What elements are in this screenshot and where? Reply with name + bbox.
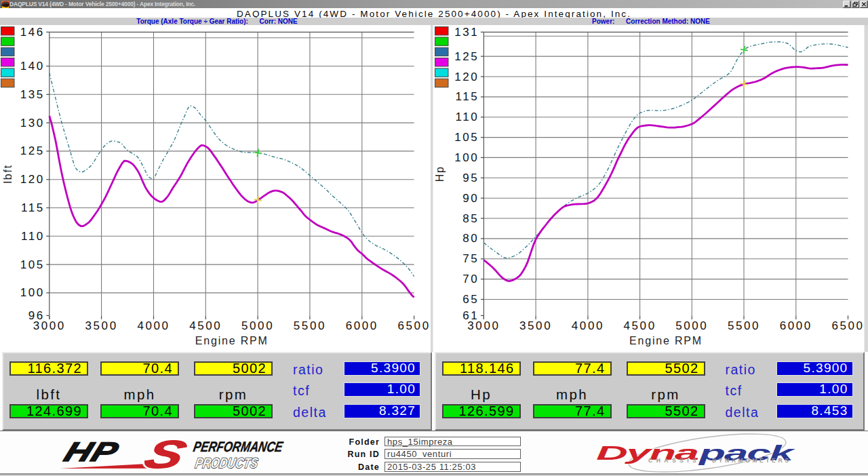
svg-text:DYNAMOMETERS: DYNAMOMETERS bbox=[712, 457, 791, 464]
svg-text:Engine RPM: Engine RPM bbox=[629, 335, 703, 346]
svg-text:80: 80 bbox=[462, 232, 479, 245]
svg-text:146: 146 bbox=[20, 26, 45, 39]
svg-text:4500: 4500 bbox=[623, 319, 656, 332]
svg-text:120: 120 bbox=[20, 173, 45, 186]
svg-text:120: 120 bbox=[454, 71, 479, 83]
svg-text:6500: 6500 bbox=[397, 319, 430, 332]
svg-text:PERFORMANCE: PERFORMANCE bbox=[192, 439, 285, 454]
svg-text:95: 95 bbox=[462, 172, 479, 184]
svg-text:125: 125 bbox=[20, 144, 45, 157]
svg-text:110: 110 bbox=[21, 230, 45, 243]
svg-text:75: 75 bbox=[462, 252, 479, 265]
svg-text:S: S bbox=[138, 433, 192, 476]
svg-text:110: 110 bbox=[455, 111, 479, 123]
svg-text:3000: 3000 bbox=[33, 319, 66, 332]
svg-text:105: 105 bbox=[20, 258, 45, 271]
svg-text:Hp: Hp bbox=[434, 165, 446, 182]
svg-text:90: 90 bbox=[462, 192, 479, 205]
svg-text:6000: 6000 bbox=[780, 319, 812, 332]
svg-text:CHASSIS: CHASSIS bbox=[648, 457, 700, 464]
svg-text:3500: 3500 bbox=[519, 319, 552, 332]
svg-text:65: 65 bbox=[462, 293, 479, 306]
svg-text:105: 105 bbox=[454, 131, 479, 144]
svg-text:6000: 6000 bbox=[346, 319, 378, 332]
svg-text:140: 140 bbox=[20, 60, 45, 73]
svg-text:100: 100 bbox=[454, 151, 479, 164]
svg-text:70: 70 bbox=[462, 273, 479, 285]
svg-text:HP: HP bbox=[60, 436, 123, 467]
svg-text:130: 130 bbox=[20, 117, 45, 130]
svg-text:100: 100 bbox=[20, 286, 45, 299]
svg-text:lbft: lbft bbox=[2, 164, 14, 184]
svg-text:135: 135 bbox=[20, 88, 45, 101]
svg-text:6500: 6500 bbox=[831, 319, 864, 332]
svg-text:5000: 5000 bbox=[241, 319, 274, 332]
svg-text:115: 115 bbox=[21, 201, 45, 214]
svg-text:PRODUCTS: PRODUCTS bbox=[194, 455, 259, 471]
svg-text:4000: 4000 bbox=[137, 319, 170, 332]
svg-text:Engine RPM: Engine RPM bbox=[195, 335, 269, 346]
svg-text:3500: 3500 bbox=[85, 319, 117, 332]
svg-text:115: 115 bbox=[455, 90, 479, 103]
svg-text:85: 85 bbox=[462, 212, 479, 225]
svg-text:5500: 5500 bbox=[294, 319, 326, 332]
svg-text:125: 125 bbox=[454, 50, 479, 63]
svg-text:5500: 5500 bbox=[728, 319, 760, 332]
svg-text:4500: 4500 bbox=[189, 319, 222, 332]
svg-text:3000: 3000 bbox=[467, 319, 500, 332]
svg-text:131: 131 bbox=[454, 26, 479, 39]
svg-text:4000: 4000 bbox=[572, 319, 604, 332]
svg-text:5000: 5000 bbox=[675, 319, 708, 332]
